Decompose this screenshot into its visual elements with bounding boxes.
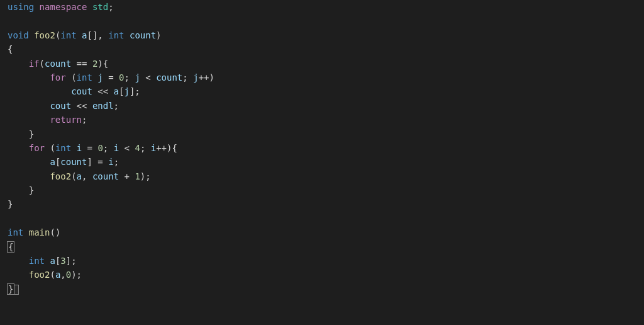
keyword-int: int (60, 30, 76, 40)
code-line: } (5, 127, 639, 141)
cout: cout (71, 86, 92, 96)
code-line: } (5, 197, 639, 211)
keyword-for: for (29, 143, 45, 153)
cout: cout (50, 101, 71, 111)
code-line: cout << a[j]; (5, 84, 639, 98)
fn-main: main (29, 227, 50, 237)
code-line: if(count == 2){ (5, 57, 639, 71)
fn-foo2: foo2 (50, 171, 71, 181)
keyword-using: using (8, 2, 34, 12)
cursor (14, 285, 19, 295)
code-line: } (5, 282, 639, 296)
code-line: for (int j = 0; j < count; j++) (5, 71, 639, 84)
code-line: cout << endl; (5, 99, 639, 113)
fn-foo2: foo2 (29, 270, 50, 280)
code-line: int main() (5, 225, 639, 239)
keyword-int: int (108, 30, 124, 40)
keyword-void: void (8, 30, 29, 40)
keyword-for: for (50, 72, 65, 83)
code-line (5, 14, 639, 28)
code-line: } (5, 183, 639, 197)
code-line: { (5, 240, 639, 254)
keyword-return: return (50, 115, 82, 125)
code-line: void foo2(int a[], int count) (5, 28, 639, 42)
param-count: count (130, 30, 156, 40)
code-line (5, 212, 639, 225)
code-line: return; (5, 113, 639, 127)
keyword-namespace: namespace (40, 2, 87, 12)
code-line: foo2(a,0); (5, 268, 639, 282)
code-line: int a[3]; (5, 254, 639, 268)
code-line: using namespace std; (5, 0, 639, 14)
keyword-if: if (29, 59, 40, 69)
keyword-int: int (8, 227, 23, 237)
code-line: { (5, 42, 639, 56)
fn-foo2: foo2 (34, 30, 55, 40)
code-editor[interactable]: using namespace std; void foo2(int a[], … (0, 0, 644, 296)
ident-std: std (92, 2, 108, 12)
code-line: foo2(a, count + 1); (5, 169, 639, 183)
code-line: a[count] = i; (5, 155, 639, 169)
code-line: for (int i = 0; i < 4; i++){ (5, 141, 639, 155)
bracket-open: { (7, 241, 14, 253)
endl: endl (92, 101, 114, 111)
